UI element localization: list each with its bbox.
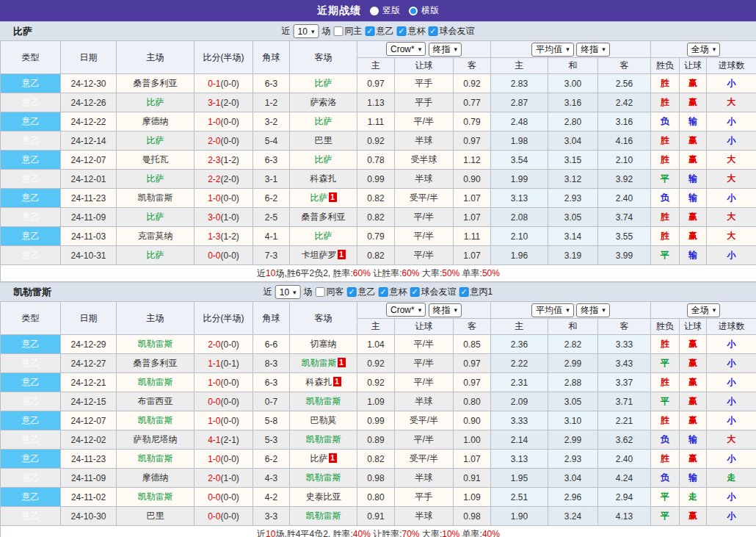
average-odds-cell: 2.14 [491,430,548,450]
average-odds-cell: 3.13 [491,450,548,469]
match-row: 意乙24-11-02凯勒雷斯0-0(0-0)4-2史泰比亚0.80平手1.092… [1,488,756,507]
corner-cell: 5-4 [253,131,290,151]
radio-horizontal-label: 横版 [421,4,439,17]
handicap-result-cell: 赢 [680,208,707,227]
match-count-select[interactable]: 10▾ [294,24,319,38]
average-odds-cell: 2.09 [491,392,548,411]
radio-unselected-icon[interactable] [409,7,418,15]
team-name: 比萨 [315,116,332,126]
average-odds-cell: 3.14 [548,227,598,246]
avg-final-odds-select[interactable]: 终指▾ [576,303,610,317]
average-select[interactable]: 平均值▾ [531,43,574,57]
checkbox-icon[interactable]: ✓ [379,287,388,297]
checkbox-icon[interactable]: ✓ [459,287,469,297]
date-cell: 24-12-21 [61,373,117,392]
match-row: 意乙24-12-14比萨2-0(0-0)5-4巴里0.92半球0.971.983… [1,131,756,151]
filter-checkbox[interactable]: ✓球会友谊 [410,286,457,298]
radio-selected-icon[interactable] [370,7,379,15]
crow-odds-cell: 1.12 [454,151,491,170]
away-team-cell: 科森扎 [290,170,357,189]
handicap-result-cell: 赢 [680,93,707,112]
filter-checkbox[interactable]: ✓意丙1 [459,286,493,298]
checkbox-icon[interactable]: ✓ [396,26,406,36]
checkbox-icon[interactable]: ✓ [365,26,374,36]
final-odds-select[interactable]: 终指▾ [429,43,462,57]
checkbox-icon[interactable] [333,26,343,36]
average-odds-cell: 2.10 [598,151,651,170]
crow-odds-cell: 0.80 [357,488,395,507]
filter-checkbox[interactable]: 同主 [333,25,362,37]
crow-odds-cell: 半球 [395,131,454,151]
checkbox-icon[interactable]: ✓ [428,26,437,36]
filter-checkbox[interactable]: ✓意杯 [379,286,407,298]
crow-odds-cell: 0.82 [357,208,395,227]
checkbox-icon[interactable]: ✓ [410,287,420,297]
filter-checkbox[interactable]: 同客 [316,286,344,298]
average-odds-cell: 1.96 [491,246,548,265]
section-header: 凯勒雷斯近10▾场同客✓意乙✓意杯✓球会友谊✓意丙1 [0,282,756,301]
crow-odds-cell: 0.80 [454,392,491,411]
summary-segment: 10 [266,529,275,537]
layout-option-horizontal[interactable]: 横版 [409,4,439,17]
checkbox-icon[interactable]: ✓ [347,287,357,297]
result-cell: 胜 [651,227,680,246]
filter-checkbox[interactable]: ✓意乙 [365,25,393,37]
topbar: 近期战绩 竖版 横版 [0,0,756,21]
result-cell: 胜 [651,208,680,227]
sub-column-header: 主 [491,58,548,74]
sub-column-header: 客 [598,58,651,74]
bookmaker-select[interactable]: Crow*▾ [386,42,426,56]
average-odds-cell: 3.16 [598,112,651,131]
fullmatch-select[interactable]: 全场▾ [687,43,721,57]
layout-option-vertical[interactable]: 竖版 [370,4,400,17]
filter-checkbox[interactable]: ✓意乙 [347,286,376,298]
average-odds-cell: 3.37 [598,373,651,392]
away-team-cell: 凯勒雷斯 [290,469,357,488]
team-name: 巴里 [315,135,332,145]
crow-odds-cell: 平/半 [395,112,454,131]
average-odds-cell: 2.51 [491,488,548,507]
date-cell: 24-12-27 [61,354,117,373]
summary-segment: 70% [402,529,420,537]
column-header: 主场 [117,302,195,335]
chevron-down-icon: ▾ [418,46,422,53]
league-cell: 意乙 [1,392,61,411]
home-team-cell: 巴里 [117,507,195,526]
goals-result-cell: 大 [707,430,756,450]
bookmaker-select[interactable]: Crow*▾ [386,303,426,317]
match-count-select[interactable]: 10▾ [275,285,301,299]
result-cell: 胜 [651,450,680,469]
average-odds-cell: 2.83 [491,74,548,93]
crow-odds-cell: 受半球 [395,151,454,170]
filter-checkbox[interactable]: ✓意杯 [396,25,425,37]
checkbox-icon[interactable] [316,287,325,297]
team-name: 凯勒雷斯 [138,453,173,464]
chevron-down-icon: ▾ [454,306,458,314]
chevron-down-icon: ▾ [566,306,570,314]
final-odds-select[interactable]: 终指▾ [429,303,462,317]
score-cell: 2-0(1-0) [195,469,253,488]
summary-segment: 50% [482,268,500,278]
fullmatch-select[interactable]: 全场▾ [687,303,721,317]
crow-odds-cell: 平/半 [395,208,454,227]
corner-cell: 5-3 [253,430,290,450]
goals-result-cell: 小 [707,373,756,392]
home-team-cell: 凯勒雷斯 [117,411,195,430]
filter-checkbox[interactable]: ✓球会友谊 [428,25,474,37]
handicap-result-cell: 输 [680,430,707,450]
away-team-cell: 比萨1 [290,189,357,208]
goals-result-cell: 走 [707,469,756,488]
goals-result-cell: 大 [707,93,756,112]
match-row: 意乙24-12-07凯勒雷斯1-0(0-0)5-8巴勒莫0.99受平/半0.90… [1,411,756,430]
score-cell: 2-2(2-0) [195,170,253,189]
handicap-result-cell: 赢 [680,354,707,373]
team-section: 比萨近10▾场同主✓意乙✓意杯✓球会友谊类型日期主场比分(半场)角球客场Crow… [0,21,756,282]
avg-final-odds-select[interactable]: 终指▾ [576,43,610,57]
average-odds-cell: 2.40 [598,450,651,469]
result-cell: 胜 [651,93,680,112]
goals-result-cell: 大 [707,151,756,170]
team-name: 桑普多利亚 [134,358,178,368]
home-team-cell: 克雷莫纳 [117,227,195,246]
team-name: 摩德纳 [142,472,169,483]
average-select[interactable]: 平均值▾ [531,303,574,317]
